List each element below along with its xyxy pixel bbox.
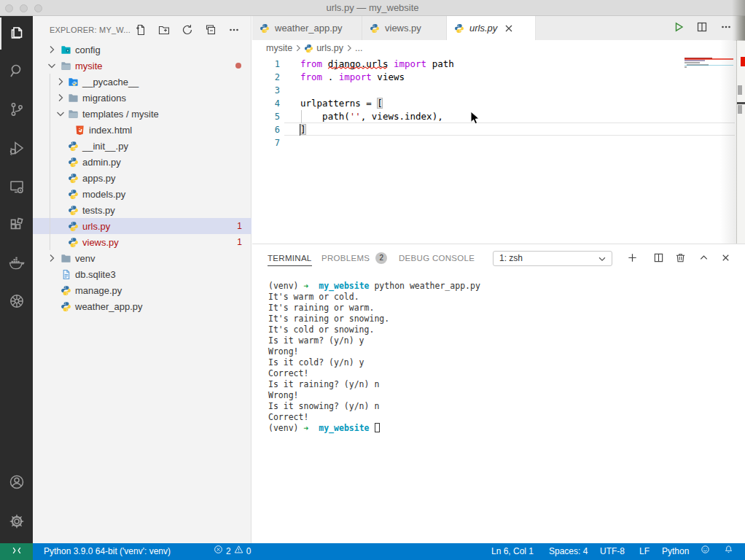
- activity-bar-item-extensions[interactable]: [0, 209, 33, 244]
- status-cursor-position[interactable]: Ln 6, Col 1: [491, 543, 534, 560]
- status-notifications[interactable]: [724, 543, 733, 560]
- breadcrumb-item[interactable]: mysite: [266, 43, 292, 53]
- tree-item-db.sqlite3[interactable]: db.sqlite3: [33, 266, 251, 282]
- activity-bar-item-search[interactable]: [0, 55, 33, 90]
- close-panel-button[interactable]: [719, 252, 732, 265]
- tree-item-admin.py[interactable]: admin.py: [33, 154, 251, 170]
- code-token: [322, 58, 328, 69]
- tree-item-label: venv: [75, 253, 95, 264]
- code-line-1: 1from django.urls import path: [252, 58, 745, 71]
- collapse-all-icon: [205, 24, 217, 39]
- tree-item-index.html[interactable]: index.html: [33, 122, 251, 138]
- kill-terminal-button[interactable]: [674, 252, 687, 265]
- panel-tab-debug-console[interactable]: DEBUG CONSOLE: [399, 250, 475, 266]
- remote-indicator[interactable]: [0, 543, 33, 560]
- status-eol[interactable]: LF: [639, 543, 650, 560]
- code-line-2: 2from . import views: [252, 71, 745, 84]
- tree-item-__pycache__[interactable]: __pycache__: [33, 74, 251, 90]
- activity-bar-item-source-control[interactable]: [0, 93, 33, 128]
- tab-close-icon[interactable]: [503, 23, 515, 34]
- tree-item-views.py[interactable]: views.py1: [33, 234, 251, 250]
- prompt-directory: my_website: [319, 423, 369, 433]
- breadcrumb[interactable]: mysiteurls.py...: [252, 40, 745, 56]
- python-icon: [304, 44, 313, 53]
- editor-tab-views.py[interactable]: views.py: [362, 16, 447, 40]
- status-language-mode[interactable]: Python: [662, 543, 689, 560]
- ruler-error-mark: [741, 57, 745, 66]
- tree-item-label: tests.py: [82, 205, 115, 216]
- maximize-panel-button[interactable]: [697, 252, 710, 265]
- panel-tab-problems[interactable]: PROBLEMS2: [321, 250, 387, 266]
- python-icon: [67, 156, 79, 168]
- python-icon: [60, 284, 71, 296]
- new-terminal-button[interactable]: [625, 252, 639, 265]
- code-editor[interactable]: 1from django.urls import path2from . imp…: [252, 56, 745, 244]
- new-file-button[interactable]: [133, 24, 148, 39]
- terminal-line: Wrong!: [268, 390, 299, 401]
- tree-item-venv[interactable]: venv: [33, 250, 251, 266]
- collapse-folders-button[interactable]: [203, 24, 218, 39]
- status-feedback[interactable]: [701, 543, 710, 560]
- python-interpreter-status[interactable]: Python 3.9.0 64-bit ('venv': venv): [44, 543, 171, 560]
- editor-tab-urls.py[interactable]: urls.py: [447, 16, 536, 40]
- tree-item-mysite[interactable]: mysite: [33, 58, 251, 74]
- code-line-text: from . import views: [300, 71, 405, 84]
- folder-open-icon: [60, 60, 71, 71]
- activity-bar-item-settings[interactable]: [0, 505, 33, 540]
- status-label: Python: [662, 543, 689, 560]
- tree-item-templates-mysite[interactable]: templates / mysite: [33, 106, 251, 122]
- line-number: 5: [252, 110, 280, 123]
- editor-indent-guide: [301, 110, 302, 123]
- terminal-line: It's cold or snowing.: [268, 324, 374, 335]
- breadcrumb-item[interactable]: urls.py: [316, 43, 343, 53]
- tree-item-config[interactable]: config: [33, 42, 251, 58]
- activity-bar-item-run-and-debug[interactable]: [0, 132, 33, 167]
- tree-item-models.py[interactable]: models.py: [33, 186, 251, 202]
- activity-bar-item-remote-explorer[interactable]: [0, 171, 33, 206]
- split-terminal-button[interactable]: [652, 252, 665, 265]
- breadcrumb-item[interactable]: ...: [355, 43, 362, 53]
- refresh-explorer-button[interactable]: [180, 24, 195, 39]
- modified-dot-badge: [235, 63, 241, 69]
- more-actions-button[interactable]: [719, 22, 733, 35]
- tree-item-label: db.sqlite3: [75, 269, 116, 280]
- folder-icon: [60, 252, 71, 264]
- tree-item-urls.py[interactable]: urls.py1: [33, 218, 251, 234]
- problems-status[interactable]: 20: [214, 543, 251, 560]
- status-label: Ln 6, Col 1: [491, 543, 534, 560]
- tree-item-tests.py[interactable]: tests.py: [33, 202, 251, 218]
- activity-bar: [0, 16, 33, 543]
- split-editor-button[interactable]: [695, 22, 709, 35]
- status-encoding[interactable]: UTF-8: [600, 543, 625, 560]
- folder-pycache-icon: [67, 76, 79, 88]
- tree-item-migrations[interactable]: migrations: [33, 90, 251, 106]
- terminal-line: It's raining or warm.: [268, 303, 374, 314]
- run-python-file-button[interactable]: [672, 22, 685, 35]
- activity-bar-item-accounts[interactable]: [0, 466, 33, 501]
- tree-item-manage.py[interactable]: manage.py: [33, 282, 251, 298]
- new-folder-button[interactable]: [157, 24, 171, 39]
- activity-bar-item-kubernetes[interactable]: [0, 285, 33, 320]
- more-actions-button[interactable]: [227, 24, 241, 39]
- tree-item-label: migrations: [82, 93, 126, 104]
- line-number: 6: [252, 123, 280, 136]
- bracket-match: ]: [300, 124, 306, 135]
- problems-count-badge: 1: [237, 221, 242, 231]
- panel-tab-terminal[interactable]: TERMINAL: [268, 250, 312, 266]
- new-folder-icon: [158, 24, 170, 39]
- line-number: 1: [252, 58, 280, 71]
- tree-indent-guide: [50, 74, 50, 250]
- editor-tab-weather_app.py[interactable]: weather_app.py: [252, 16, 362, 40]
- terminal-select[interactable]: 1: zsh: [493, 251, 612, 266]
- code-token-keyword: import: [339, 71, 372, 82]
- activity-bar-item-explorer[interactable]: [0, 16, 33, 51]
- tree-item-apps.py[interactable]: apps.py: [33, 170, 251, 186]
- code-token: views: [372, 71, 405, 82]
- tree-item-__init__.py[interactable]: __init__.py: [33, 138, 251, 154]
- tree-item-weather_app.py[interactable]: weather_app.py: [33, 298, 251, 314]
- chevron-up-icon: [698, 252, 709, 266]
- files-icon: [8, 23, 26, 44]
- activity-bar-item-docker[interactable]: [0, 247, 33, 282]
- status-indentation[interactable]: Spaces: 4: [549, 543, 588, 560]
- terminal-line: It's warm or cold.: [268, 292, 359, 303]
